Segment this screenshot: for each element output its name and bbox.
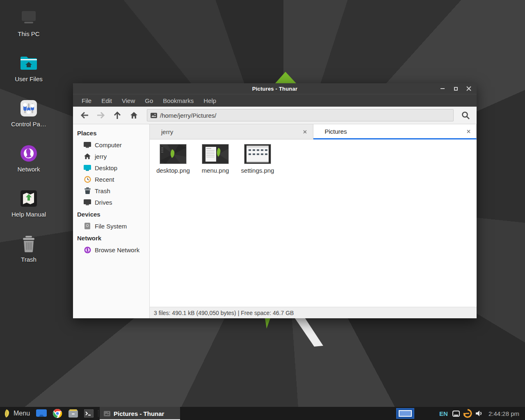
forward-icon [97, 112, 105, 119]
image-thumbnail [244, 144, 271, 164]
sidebar-item-label: Computer [95, 142, 122, 148]
window-content: Places Computer jerry Desktop [73, 124, 477, 318]
taskbar-separator [96, 407, 100, 420]
menubar: File Edit View Go Bookmarks Help [73, 94, 477, 107]
close-icon [466, 86, 471, 91]
sidebar-item-desktop[interactable]: Desktop [73, 162, 149, 173]
desktop-monitor-icon [84, 164, 91, 171]
search-icon [461, 111, 470, 119]
desktop-icon-label: Trash [21, 256, 37, 263]
desktop-icon-control-panel[interactable]: Control Pa… [3, 98, 54, 138]
keyboard-layout-indicator[interactable]: EN [438, 410, 449, 417]
file-name: menu.png [202, 167, 229, 174]
search-button[interactable] [459, 109, 472, 122]
up-button[interactable] [110, 109, 125, 122]
window-controls [438, 83, 473, 94]
taskbar-window-label: Pictures - Thunar [114, 410, 164, 417]
maximize-icon [454, 87, 458, 91]
home-button[interactable] [126, 109, 141, 122]
volume-icon[interactable] [475, 409, 484, 418]
terminal-launcher[interactable] [81, 407, 96, 420]
menu-file[interactable]: File [77, 96, 96, 106]
tab-label: jerry [161, 128, 173, 135]
tab-label: Pictures [325, 128, 347, 135]
tab-close-button[interactable] [465, 128, 472, 135]
user-files-icon [19, 53, 39, 73]
workspace-thumbnail [399, 410, 412, 417]
sidebar-item-trash[interactable]: Trash [73, 185, 149, 196]
menu-button-label[interactable]: Menu [13, 410, 33, 417]
path-bar[interactable]: /home/jerry/Pictures/ [147, 109, 454, 121]
home-icon [84, 153, 91, 160]
image-file-icon [104, 411, 110, 416]
desktop-icon-label: Network [17, 166, 40, 173]
tab-pictures[interactable]: Pictures [313, 124, 477, 139]
this-pc-icon [19, 8, 39, 28]
home-icon [130, 112, 138, 119]
desktop-icon-label: User Files [15, 75, 43, 82]
desktop-icon-label: Help Manual [11, 211, 46, 218]
menu-go[interactable]: Go [140, 96, 158, 106]
sidebar-item-label: File System [95, 223, 127, 230]
close-button[interactable] [464, 84, 473, 93]
menu-bookmarks[interactable]: Bookmarks [158, 96, 198, 106]
image-thumbnail [202, 144, 228, 164]
desktop-icon-trash[interactable]: Trash [3, 234, 54, 273]
desktop-icon-label: This PC [18, 30, 39, 37]
sidebar-item-computer[interactable]: Computer [73, 139, 149, 151]
drives-icon [84, 199, 91, 206]
file-manager-launcher[interactable] [33, 407, 50, 420]
window-title: Pictures - Thunar [73, 86, 477, 92]
app-menu-button[interactable] [0, 407, 13, 420]
chrome-icon [52, 409, 62, 418]
sidebar-item-jerry[interactable]: jerry [73, 151, 149, 162]
desktop-icon-this-pc[interactable]: This PC [3, 8, 54, 48]
desktop-icon-grid: This PC User Files Control Pa… Network H… [3, 8, 54, 279]
desktop-icon-network[interactable]: Network [3, 144, 54, 183]
workspace-switcher[interactable] [396, 408, 414, 419]
clock: 2:44:28 pm [486, 410, 523, 417]
minimize-icon [441, 88, 445, 89]
computer-icon [84, 141, 91, 148]
sidebar: Places Computer jerry Desktop [73, 124, 150, 318]
file-desktop-png[interactable]: desktop.png [153, 143, 194, 176]
image-file-icon [151, 113, 157, 118]
minimize-button[interactable] [438, 84, 447, 93]
menu-help[interactable]: Help [199, 96, 221, 106]
display-tray-icon[interactable] [452, 409, 461, 418]
back-icon [80, 112, 89, 119]
window-titlebar[interactable]: Pictures - Thunar [73, 83, 477, 94]
archive-launcher[interactable] [65, 407, 81, 420]
taskbar-window-button[interactable]: Pictures - Thunar [100, 407, 180, 420]
desktop-icon-user-files[interactable]: User Files [3, 53, 54, 93]
forward-button[interactable] [94, 109, 108, 122]
back-button[interactable] [77, 109, 92, 122]
trash-icon [19, 234, 39, 253]
maximize-button[interactable] [451, 84, 460, 93]
sidebar-item-drives[interactable]: Drives [73, 196, 149, 208]
menu-edit[interactable]: Edit [97, 96, 116, 106]
network-globe-icon [19, 144, 39, 163]
file-settings-png[interactable]: settings.png [237, 143, 278, 176]
filesystem-drive-icon [84, 222, 91, 230]
up-arrow-icon [114, 112, 121, 119]
main-pane: jerry Pictures desktop. [150, 124, 477, 318]
sidebar-item-file-system[interactable]: File System [73, 220, 149, 232]
file-cabinet-icon [68, 409, 78, 418]
file-menu-png[interactable]: menu.png [195, 143, 236, 176]
recent-clock-icon [84, 176, 91, 183]
sidebar-item-browse-network[interactable]: Browse Network [73, 244, 149, 256]
chrome-launcher[interactable] [50, 407, 65, 420]
image-thumbnail [160, 144, 186, 164]
status-text: 3 files: 490.1 kB (490,050 bytes) | Free… [154, 310, 294, 316]
update-manager-icon[interactable] [463, 409, 472, 418]
desktop-icon-help-manual[interactable]: Help Manual [3, 189, 54, 228]
sidebar-item-recent[interactable]: Recent [73, 173, 149, 185]
taskbar-tray: EN 2:44:28 pm [396, 407, 525, 420]
menu-view[interactable]: View [117, 96, 139, 106]
tab-jerry[interactable]: jerry [150, 124, 313, 139]
sidebar-item-label: jerry [95, 153, 107, 160]
terminal-icon [84, 409, 94, 418]
files-icon [36, 409, 47, 418]
tab-close-button[interactable] [301, 128, 309, 135]
